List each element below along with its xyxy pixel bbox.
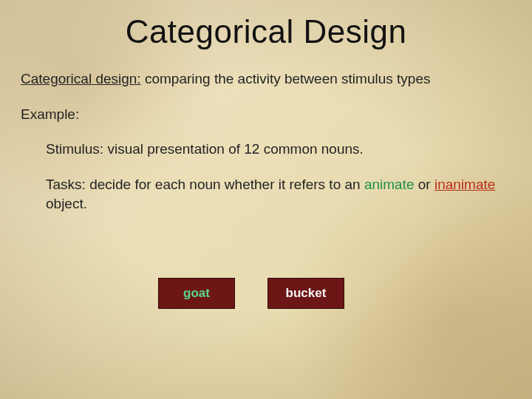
tasks-pre: decide for each noun whether it refers t… [89, 177, 364, 192]
definition-line: Categorical design: comparing the activi… [21, 69, 511, 89]
animate-example-chip: goat [158, 278, 235, 309]
example-block: Stimulus: visual presentation of 12 comm… [21, 140, 511, 213]
tasks-label: Tasks: [46, 177, 89, 192]
inanimate-word: inanimate [434, 177, 495, 192]
example-chips-row: goat bucket [0, 278, 511, 309]
tasks-post: object. [46, 196, 87, 211]
definition-text: comparing the activity between stimulus … [141, 71, 431, 86]
example-label: Example: [21, 105, 511, 124]
animate-word: animate [364, 177, 415, 192]
tasks-mid: or [415, 177, 434, 192]
inanimate-example-chip: bucket [267, 278, 344, 309]
slide-title: Categorical Design [21, 13, 511, 50]
stimulus-line: Stimulus: visual presentation of 12 comm… [46, 140, 511, 159]
tasks-line: Tasks: decide for each noun whether it r… [46, 175, 511, 213]
slide: Categorical Design Categorical design: c… [0, 0, 532, 399]
stimulus-label: Stimulus: [46, 141, 107, 157]
stimulus-text: visual presentation of 12 common nouns. [107, 141, 363, 157]
definition-term: Categorical design: [21, 71, 141, 86]
